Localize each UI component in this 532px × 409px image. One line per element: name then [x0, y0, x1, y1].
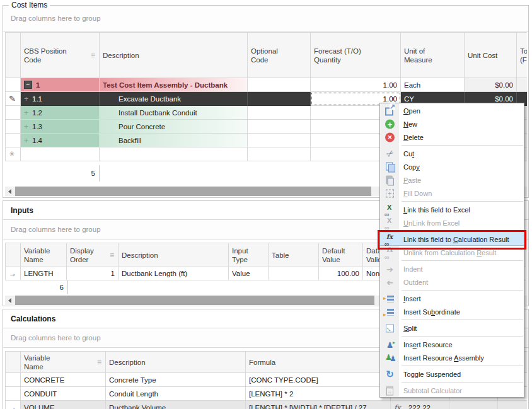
menu-item-delete[interactable]: Delete	[380, 130, 524, 144]
description-cell[interactable]	[100, 147, 248, 161]
menu-item-toggle-suspended[interactable]: Toggle Suspended	[380, 367, 524, 381]
expand-icon[interactable]	[24, 122, 28, 131]
uom-cell[interactable]: Each	[401, 78, 465, 92]
variable-name-cell[interactable]: CONCRETE	[21, 373, 106, 387]
paste-icon	[384, 174, 396, 186]
scroll-left-button[interactable]	[5, 296, 14, 305]
cbs-code-cell[interactable]	[21, 147, 100, 161]
optional-code-cell[interactable]	[248, 92, 311, 106]
column-header-forecast-quantity[interactable]: Forecast (T/O) Quantity	[311, 32, 401, 78]
description-cell[interactable]: Pour Concrete	[100, 120, 248, 134]
copy-icon	[384, 161, 396, 173]
cbs-code-cell[interactable]: 1	[21, 78, 100, 92]
column-header-display-order[interactable]: Display Order	[67, 243, 119, 267]
column-header-description[interactable]: Description	[106, 351, 246, 373]
variable-name-cell[interactable]: LENGTH	[21, 267, 67, 280]
column-header-unit-cost[interactable]: Unit Cost	[465, 32, 517, 78]
description-cell[interactable]: Ductbank Volume	[106, 401, 246, 409]
column-header-description[interactable]: Description	[119, 243, 229, 267]
menu-item-new[interactable]: New	[380, 117, 524, 130]
description-cell[interactable]: Conduit Length	[106, 387, 246, 401]
column-header-total-forecast[interactable]: Total (Forecast)	[517, 32, 527, 78]
column-header-unit-of-measure[interactable]: Unit of Measure	[401, 32, 465, 78]
indent-icon	[384, 263, 396, 275]
column-header-variable-name[interactable]: Variable Name	[21, 243, 67, 267]
description-cell[interactable]: Ductbank Length (ft)	[119, 267, 229, 280]
row-indicator-cell	[5, 387, 21, 401]
cost-items-drag-hint: Drag columns here to group	[11, 14, 101, 22]
menu-item-split[interactable]: Split	[380, 321, 524, 335]
column-header-variable-name[interactable]: Variable Name	[21, 351, 106, 373]
unit-cost-cell[interactable]: $0.00	[465, 78, 517, 92]
expand-icon[interactable]	[24, 95, 28, 103]
display-order-cell[interactable]: 1	[67, 267, 119, 280]
new-row-icon	[9, 150, 14, 158]
expand-icon[interactable]	[24, 136, 28, 145]
row-indicator-cell	[5, 267, 21, 280]
sort-icon	[91, 51, 95, 60]
formula-cell[interactable]: [LENGTH] * 2	[246, 387, 391, 401]
menu-item-open[interactable]: Open	[380, 104, 524, 117]
cbs-code-cell[interactable]: 1.1	[21, 92, 100, 106]
menu-item-link-field-to-excel[interactable]: Link this field to Excel	[380, 203, 524, 216]
column-header-cbs-position-code[interactable]: CBS Position Code	[21, 32, 100, 78]
menu-item-cut[interactable]: Cut	[380, 147, 524, 160]
description-cell[interactable]: Backfill	[100, 134, 248, 147]
expand-icon[interactable]	[24, 108, 28, 117]
formula-cell[interactable]: [LENGTH] * [WIDTH] * [DEPTH] / 27	[246, 401, 391, 409]
column-header-optional-code[interactable]: Optional Code	[248, 32, 311, 78]
column-header-description[interactable]: Description	[100, 32, 248, 78]
column-header-default-value[interactable]: Default Value	[319, 243, 363, 267]
outdent-icon	[384, 276, 396, 288]
result-cell[interactable]: fx 222.22	[391, 401, 449, 409]
cost-items-group-bar[interactable]: Drag columns here to group	[3, 6, 528, 32]
cbs-code-cell[interactable]: 1.4	[21, 134, 100, 147]
menu-item-insert-resource[interactable]: Insert Resource	[380, 338, 524, 351]
description-cell[interactable]: Concrete Type	[106, 373, 246, 387]
scroll-left-button[interactable]	[5, 187, 14, 196]
total-cell[interactable]	[517, 78, 527, 92]
menu-item-insert-resource-assembly[interactable]: Insert Resource Assembly	[380, 351, 524, 364]
optional-code-cell[interactable]	[248, 106, 311, 120]
column-header-input-type[interactable]: Input Type	[229, 243, 269, 267]
cbs-code-cell[interactable]: 1.3	[21, 120, 100, 134]
optional-code-cell[interactable]	[248, 134, 311, 147]
row-indicator-cell	[5, 401, 21, 409]
optional-code-cell[interactable]	[248, 78, 311, 92]
edit-pencil-icon	[9, 94, 16, 103]
default-value-cell[interactable]: 100.00	[319, 267, 363, 280]
scrollbar-thumb[interactable]	[15, 296, 374, 305]
variable-name-cell[interactable]: CONDUIT	[21, 387, 106, 401]
split-icon	[384, 322, 396, 334]
filler-cell	[449, 401, 498, 409]
scrollbar-thumb[interactable]	[15, 187, 371, 196]
menu-item-insert[interactable]: Insert	[380, 292, 524, 305]
cbs-code-cell[interactable]: 1.2	[21, 106, 100, 120]
row-indicator-cell	[5, 147, 21, 161]
cost-item-row-assembly[interactable]: 1 Test Cost Item Assembly - Ductbank 1.0…	[5, 78, 527, 92]
forecast-qty-cell[interactable]: 1.00	[311, 78, 401, 92]
input-type-cell[interactable]: Value	[229, 267, 269, 280]
optional-code-cell[interactable]	[248, 147, 311, 161]
row-indicator-cell	[5, 92, 21, 106]
column-header-formula[interactable]: Formula	[246, 351, 391, 373]
calculation-row-volume-selected[interactable]: VOLUME Ductbank Volume [LENGTH] * [WIDTH…	[5, 401, 527, 409]
menu-item-paste: Paste	[380, 173, 524, 187]
description-cell[interactable]: Test Cost Item Assembly - Ductbank	[100, 78, 248, 92]
row-indicator-cell	[5, 373, 21, 387]
current-row-arrow-icon	[9, 403, 16, 409]
menu-item-outdent: Outdent	[380, 275, 524, 289]
description-cell[interactable]: Install Ductbank Conduit	[100, 106, 248, 120]
fill-down-icon	[384, 187, 396, 199]
menu-item-insert-subordinate[interactable]: Insert Subordinate	[380, 305, 524, 318]
variable-name-cell[interactable]: VOLUME	[21, 401, 106, 409]
menu-item-copy[interactable]: Copy	[380, 160, 524, 173]
table-cell[interactable]	[269, 267, 319, 280]
cost-items-header-row: CBS Position Code Description Optional C…	[5, 32, 527, 78]
menu-item-fill-down: Fill Down	[380, 187, 524, 200]
column-header-table[interactable]: Table	[269, 243, 319, 267]
collapse-icon[interactable]	[24, 81, 32, 89]
description-cell[interactable]: Excavate Ductbank	[100, 92, 248, 106]
optional-code-cell[interactable]	[248, 120, 311, 134]
formula-cell[interactable]: [CONC TYPE.CODE]	[246, 373, 391, 387]
